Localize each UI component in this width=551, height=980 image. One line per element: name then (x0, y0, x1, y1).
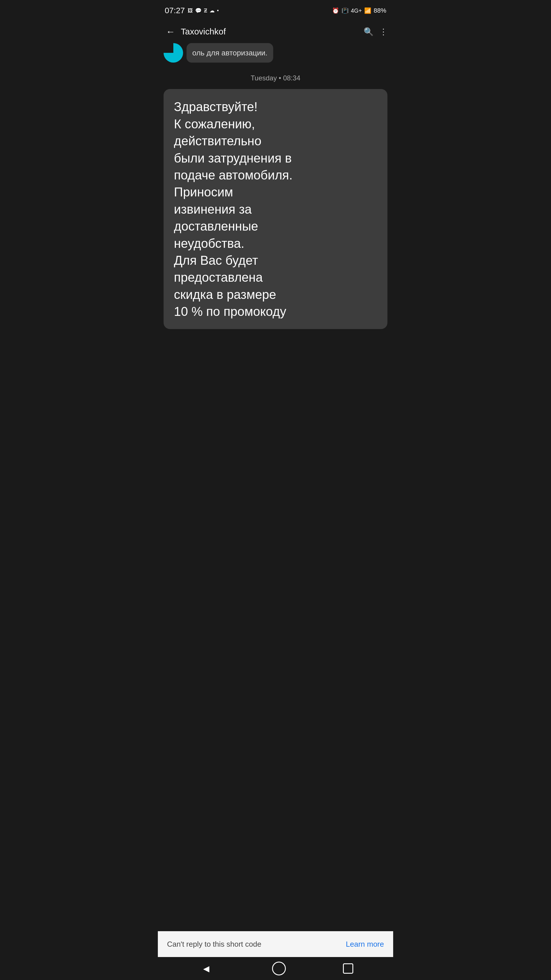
vibrate-icon: 📳 (341, 7, 349, 14)
status-bar-right: ⏰ 📳 4G+ 📶 88% (332, 7, 386, 14)
message-text: Здравствуйте!К сожалению,действительнобы… (174, 100, 292, 318)
message-container: Здравствуйте!К сожалению,действительнобы… (158, 89, 393, 329)
status-icons-left: 🖼 💬 Ƶ ☁ • (188, 8, 219, 14)
network-icon: 4G+ (351, 8, 362, 14)
search-icon[interactable]: 🔍 (364, 27, 374, 37)
status-bar-left: 07:27 🖼 💬 Ƶ ☁ • (165, 6, 219, 15)
bottom-notification: Can't reply to this short code Learn mor… (158, 931, 393, 957)
more-options-icon[interactable]: ⋮ (380, 27, 387, 37)
app-bar-actions: 🔍 ⋮ (364, 27, 387, 37)
battery-level: 88% (374, 7, 386, 14)
alarm-icon: ⏰ (332, 7, 339, 14)
app-title: Taxovichkof (181, 27, 364, 37)
cloud-icon: ☁ (210, 8, 215, 14)
notification-text: Can't reply to this short code (167, 940, 262, 949)
prev-message-bubble: оль для авторизации. (187, 43, 273, 63)
signal-icon: 📶 (364, 7, 372, 14)
avatar (164, 43, 183, 63)
learn-more-button[interactable]: Learn more (346, 940, 384, 949)
prev-message-container: оль для авторизации. (158, 43, 393, 68)
nav-home-button[interactable] (272, 962, 286, 975)
status-time: 07:27 (165, 6, 185, 15)
bottom-nav: ◀ (158, 957, 393, 980)
nav-back-button[interactable]: ◀ (198, 960, 215, 977)
status-bar: 07:27 🖼 💬 Ƶ ☁ • ⏰ 📳 4G+ 📶 88% (158, 0, 393, 20)
dot-icon: • (217, 8, 219, 14)
nav-recents-button[interactable] (343, 963, 353, 974)
message-icon: 💬 (195, 8, 202, 14)
message-bubble: Здравствуйте!К сожалению,действительнобы… (164, 89, 387, 329)
app-bar: ← Taxovichkof 🔍 ⋮ (158, 20, 393, 43)
zomato-icon: Ƶ (204, 8, 207, 14)
gallery-icon: 🖼 (188, 8, 193, 14)
back-button[interactable]: ← (164, 24, 177, 39)
message-timestamp: Tuesday • 08:34 (158, 68, 393, 89)
prev-message-text: оль для авторизации. (192, 49, 267, 57)
